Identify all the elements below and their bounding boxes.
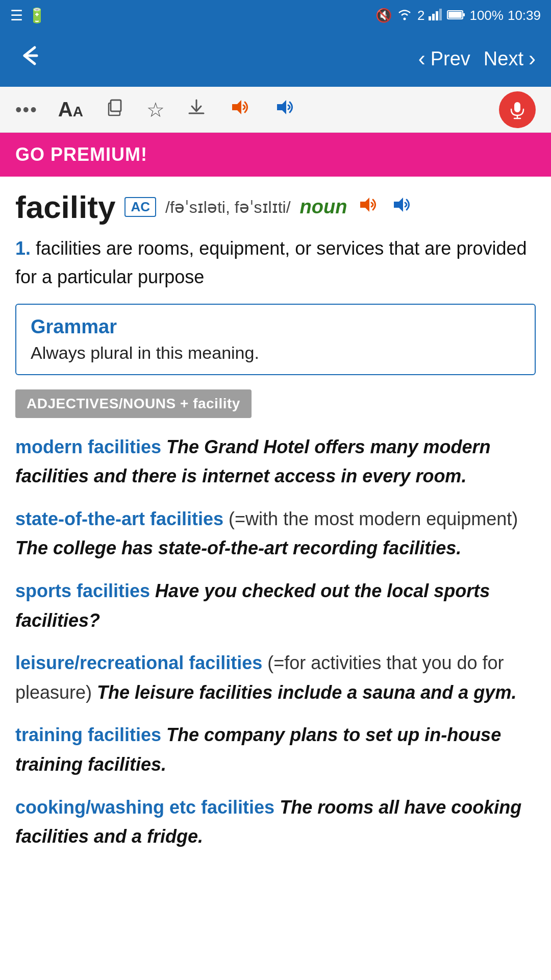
sim-icon: ☰ bbox=[10, 7, 23, 24]
colloc-example: The leisure facilities include a sauna a… bbox=[97, 682, 516, 703]
definition-text: facilities are rooms, equipment, or serv… bbox=[15, 238, 527, 287]
colloc-term[interactable]: training facilities bbox=[15, 724, 161, 745]
svg-marker-12 bbox=[277, 100, 286, 114]
word-audio-uk[interactable] bbox=[390, 194, 414, 220]
svg-rect-3 bbox=[436, 11, 438, 20]
grammar-box: Grammar Always plural in this meaning. bbox=[15, 304, 536, 375]
battery-icon bbox=[447, 8, 465, 23]
toolbar: ••• AA ☆ bbox=[0, 87, 551, 133]
signal-icon bbox=[429, 7, 443, 24]
colloc-example: The college has state-of-the-art recordi… bbox=[15, 537, 461, 558]
collocation-item: state-of-the-art facilities (=with the m… bbox=[15, 504, 536, 563]
more-options-button[interactable]: ••• bbox=[15, 99, 38, 120]
premium-banner[interactable]: GO PREMIUM! bbox=[0, 133, 551, 177]
nav-prevnext: ‹ Prev Next › bbox=[418, 46, 536, 71]
svg-rect-4 bbox=[439, 9, 442, 20]
definition-number: 1. bbox=[15, 238, 31, 259]
mic-button[interactable] bbox=[499, 91, 536, 128]
collocation-item: leisure/recreational facilities (=for ac… bbox=[15, 648, 536, 707]
svg-rect-13 bbox=[514, 102, 520, 112]
svg-rect-1 bbox=[429, 16, 431, 20]
back-button[interactable] bbox=[15, 42, 42, 75]
grammar-title: Grammar bbox=[31, 316, 520, 338]
prev-button[interactable]: Prev bbox=[431, 48, 470, 70]
next-arrow[interactable]: › bbox=[529, 46, 536, 71]
collocation-item: sports facilities Have you checked out t… bbox=[15, 576, 536, 635]
mute-icon: 🔇 bbox=[375, 8, 392, 23]
svg-point-0 bbox=[403, 17, 406, 20]
word-title-row: facility AC /fəˈsɪləti, fəˈsɪlɪti/ noun bbox=[15, 189, 536, 225]
status-right-icons: 🔇 2 100% 10:39 bbox=[375, 7, 541, 24]
word-main: facility bbox=[15, 189, 115, 225]
grammar-text: Always plural in this meaning. bbox=[31, 343, 520, 363]
download-button[interactable] bbox=[185, 96, 208, 123]
phonetic: /fəˈsɪləti, fəˈsɪlɪti/ bbox=[165, 198, 291, 217]
content-area: facility AC /fəˈsɪləti, fəˈsɪlɪti/ noun … bbox=[0, 177, 551, 885]
status-left-icons: ☰ 🔋 bbox=[10, 7, 46, 24]
font-size-button[interactable]: AA bbox=[58, 98, 83, 121]
battery-percent: 100% bbox=[469, 8, 504, 23]
collocations-list: modern facilities The Grand Hotel offers… bbox=[15, 432, 536, 851]
colloc-term[interactable]: modern facilities bbox=[15, 436, 161, 457]
svg-rect-2 bbox=[432, 14, 435, 20]
audio-us-button[interactable] bbox=[228, 97, 253, 122]
status-bar: ☰ 🔋 🔇 2 bbox=[0, 0, 551, 31]
premium-label: GO PREMIUM! bbox=[15, 144, 147, 165]
sim-count: 2 bbox=[417, 8, 424, 23]
pos-label: noun bbox=[300, 196, 347, 218]
colloc-term[interactable]: leisure/recreational facilities bbox=[15, 652, 262, 673]
svg-marker-11 bbox=[232, 100, 241, 114]
colloc-note: (=with the most modern equipment) bbox=[229, 508, 518, 529]
collocation-item: cooking/washing etc facilities The rooms… bbox=[15, 793, 536, 851]
battery-saver-icon: 🔋 bbox=[28, 7, 46, 24]
svg-rect-7 bbox=[463, 13, 465, 16]
definition-block: 1. facilities are rooms, equipment, or s… bbox=[15, 234, 536, 291]
time: 10:39 bbox=[508, 8, 541, 23]
svg-marker-17 bbox=[394, 198, 403, 212]
next-button[interactable]: Next bbox=[484, 48, 523, 70]
collocation-item: modern facilities The Grand Hotel offers… bbox=[15, 432, 536, 491]
colloc-term[interactable]: cooking/washing etc facilities bbox=[15, 797, 274, 818]
ac-badge: AC bbox=[124, 197, 156, 217]
audio-uk-button[interactable] bbox=[273, 97, 297, 122]
bookmark-button[interactable]: ☆ bbox=[146, 98, 165, 121]
prev-arrow[interactable]: ‹ bbox=[418, 46, 425, 71]
colloc-term[interactable]: sports facilities bbox=[15, 580, 150, 601]
collocation-item: training facilities The company plans to… bbox=[15, 720, 536, 779]
svg-rect-6 bbox=[448, 12, 462, 18]
copy-button[interactable] bbox=[104, 96, 126, 123]
colloc-term[interactable]: state-of-the-art facilities bbox=[15, 508, 223, 529]
word-audio-us[interactable] bbox=[356, 194, 381, 220]
section-badge: ADJECTIVES/NOUNS + facility bbox=[15, 389, 536, 432]
svg-marker-16 bbox=[360, 198, 369, 212]
wifi-icon bbox=[396, 7, 413, 24]
svg-rect-9 bbox=[111, 100, 121, 111]
nav-bar: ‹ Prev Next › bbox=[0, 31, 551, 87]
